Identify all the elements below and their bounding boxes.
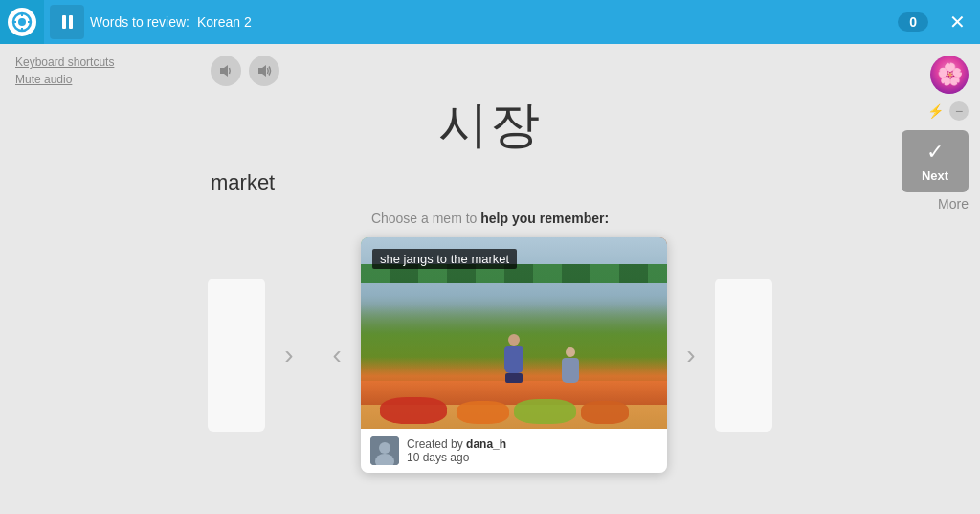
mute-audio-link[interactable]: Mute audio — [15, 73, 138, 86]
card-image: she jangs to the market — [361, 237, 667, 429]
close-button[interactable]: ✕ — [940, 5, 974, 39]
volume-low-icon — [217, 62, 234, 79]
translation: market — [211, 170, 275, 195]
market-scene: she jangs to the market — [361, 237, 667, 429]
next-button[interactable]: ✓ Next — [902, 130, 969, 192]
carousel-prev-card — [208, 279, 265, 432]
logo-circle — [8, 8, 36, 36]
level-icon: ⚡ — [927, 103, 944, 119]
next-label: Next — [922, 168, 948, 183]
created-by-text: Created by — [407, 437, 463, 451]
user-avatar: 🌸 — [930, 56, 969, 94]
right-panel: 🌸 ⚡ − ✓ Next More — [827, 44, 980, 514]
card-caption: she jangs to the market — [372, 249, 517, 269]
pause-icon — [62, 15, 73, 29]
svg-marker-6 — [220, 65, 228, 77]
svg-point-1 — [18, 18, 26, 26]
logo — [0, 0, 44, 44]
creator-info: Created by dana_h 10 days ago — [407, 437, 506, 464]
word-info-row: 🌸 — [838, 56, 969, 94]
more-link[interactable]: More — [938, 196, 969, 212]
center-panel: 시장 market Choose a mem to help you remem… — [153, 44, 827, 514]
mem-prompt-bold: help you remember: — [480, 211, 609, 226]
top-bar: Words to review: Korean 2 0 ✕ — [0, 0, 980, 44]
word-actions-row: ⚡ − — [838, 101, 969, 121]
mem-card[interactable]: she jangs to the market Created by — [361, 237, 667, 473]
count-badge: 0 — [898, 12, 928, 32]
words-to-review-label: Words to review: — [90, 14, 189, 30]
main-content: Keyboard shortcuts Mute audio 시장 market — [0, 44, 980, 514]
carousel-prev-arrow[interactable]: › — [265, 331, 313, 379]
card-footer: Created by dana_h 10 days ago — [361, 429, 667, 473]
creator-name: dana_h — [466, 437, 506, 451]
volume-high-icon — [256, 62, 273, 79]
carousel-next-card — [715, 279, 772, 432]
audio-loud-button[interactable] — [249, 56, 279, 86]
creator-avatar — [370, 436, 399, 465]
carousel-next-arrow[interactable]: › — [667, 331, 715, 379]
sidebar: Keyboard shortcuts Mute audio — [0, 44, 153, 514]
creator-label: Created by dana_h — [407, 437, 506, 451]
minus-button[interactable]: − — [949, 101, 969, 121]
audio-controls — [211, 56, 279, 86]
pause-button[interactable] — [50, 5, 84, 39]
time-ago: 10 days ago — [407, 451, 506, 464]
logo-icon — [11, 11, 33, 33]
course-name: Korean 2 — [197, 14, 898, 30]
mem-prompt-prefix: Choose a mem to — [371, 211, 480, 226]
svg-marker-7 — [258, 65, 266, 77]
svg-point-9 — [379, 442, 390, 454]
korean-word: 시장 — [438, 92, 542, 159]
carousel-prev-arrow-inner[interactable]: › — [313, 331, 361, 379]
check-icon: ✓ — [926, 140, 944, 165]
mem-prompt: Choose a mem to help you remember: — [371, 211, 609, 226]
carousel: › › — [153, 237, 827, 473]
audio-quiet-button[interactable] — [211, 56, 241, 86]
keyboard-shortcuts-link[interactable]: Keyboard shortcuts — [15, 56, 138, 69]
